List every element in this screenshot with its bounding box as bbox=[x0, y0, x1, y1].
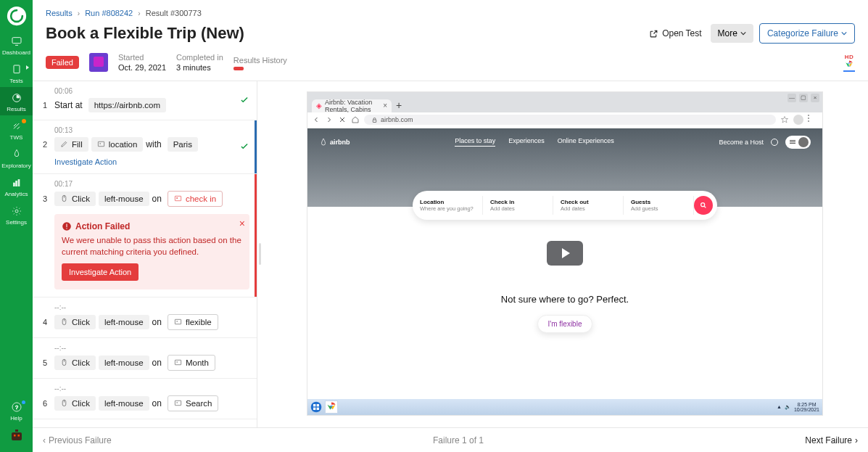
svg-rect-25 bbox=[66, 228, 67, 229]
step-action-chip: Click bbox=[54, 356, 96, 370]
svg-line-40 bbox=[704, 206, 706, 207]
search-button-icon bbox=[694, 196, 713, 215]
back-icon bbox=[312, 115, 321, 124]
screenshot-url-box: airbnb.com bbox=[364, 115, 776, 125]
play-button[interactable] bbox=[547, 241, 583, 266]
svg-rect-32 bbox=[175, 361, 181, 365]
mouse-icon bbox=[60, 318, 68, 326]
steps-list[interactable]: 00:06 1 Start at https://airbnb.com 00:1… bbox=[33, 81, 257, 427]
action-failed-box: × Action Failed We were unable to pass t… bbox=[54, 214, 249, 289]
svg-rect-24 bbox=[66, 223, 67, 227]
svg-rect-38 bbox=[373, 120, 376, 122]
nav-results[interactable]: Results bbox=[0, 87, 33, 115]
svg-rect-11 bbox=[12, 432, 22, 440]
nav-label: Dashboard bbox=[2, 49, 30, 56]
breadcrumb-link-results[interactable]: Results bbox=[46, 9, 73, 17]
close-icon[interactable]: × bbox=[239, 218, 245, 229]
mouse-icon bbox=[60, 358, 68, 366]
search-cell-ph: Add guests bbox=[631, 205, 686, 212]
hd-label: HD bbox=[845, 54, 854, 60]
nav-label: Help bbox=[10, 415, 22, 422]
step-row[interactable]: --:-- 5 Click left-mouse on Month bbox=[33, 338, 257, 379]
nav-tws[interactable]: TWS bbox=[0, 115, 33, 144]
nav-label: Results bbox=[7, 106, 26, 112]
nav-help[interactable]: ? Help bbox=[0, 396, 33, 424]
step-target-chip: location bbox=[91, 137, 144, 152]
taskbar-clock: 8:25 PM 10/29/2021 bbox=[794, 402, 819, 412]
notif-dot bbox=[22, 119, 26, 123]
svg-rect-6 bbox=[15, 181, 17, 186]
step-row[interactable]: --:-- 6 Click left-mouse on Search bbox=[33, 379, 257, 419]
chevron-left-icon: ‹ bbox=[43, 435, 46, 445]
image-icon bbox=[97, 140, 105, 148]
nav-label: Exploratory bbox=[1, 163, 30, 169]
screenshot-taskbar: ▲ 🔈 8:25 PM 10/29/2021 bbox=[307, 399, 822, 415]
screenshot-viewer[interactable]: ◈ Airbnb: Vacation Rentals, Cabins × + —… bbox=[307, 91, 823, 416]
mouse-icon bbox=[60, 194, 68, 202]
step-target-chip: left-mouse bbox=[99, 356, 149, 370]
step-label: on bbox=[152, 317, 162, 327]
step-row[interactable]: 00:17 3 Click left-mouse on check in × bbox=[33, 174, 257, 297]
svg-rect-36 bbox=[175, 401, 181, 406]
step-label: on bbox=[152, 194, 162, 204]
step-value-chip: flexible bbox=[168, 314, 218, 330]
svg-rect-1 bbox=[12, 38, 21, 44]
step-row[interactable]: --:-- 4 Click left-mouse on flexible bbox=[33, 297, 257, 338]
step-number: 4 bbox=[38, 318, 51, 326]
meta-started: Started Oct. 29, 2021 bbox=[118, 52, 166, 73]
svg-rect-7 bbox=[18, 179, 20, 186]
nav-analytics[interactable]: Analytics bbox=[0, 172, 33, 200]
step-row[interactable]: 00:13 2 Fill location with Paris Investi… bbox=[33, 120, 257, 174]
image-icon bbox=[174, 358, 182, 366]
menu-icon bbox=[790, 140, 795, 144]
next-failure-label: Next Failure bbox=[805, 435, 852, 445]
step-row[interactable]: 00:06 1 Start at https://airbnb.com bbox=[33, 81, 257, 120]
browser-badge: HD bbox=[843, 54, 855, 72]
step-number: 2 bbox=[38, 140, 51, 149]
screenshot-tab-title: Airbnb: Vacation Rentals, Cabins bbox=[325, 99, 380, 112]
chevron-icon: › bbox=[138, 9, 140, 17]
nav-settings[interactable]: Settings bbox=[0, 200, 33, 229]
svg-point-22 bbox=[176, 197, 177, 198]
close-icon: × bbox=[811, 94, 819, 102]
step-time: --:-- bbox=[54, 385, 257, 393]
svg-point-8 bbox=[15, 210, 18, 213]
clock-time: 8:25 PM bbox=[794, 402, 819, 407]
svg-point-29 bbox=[176, 321, 177, 322]
svg-rect-28 bbox=[175, 320, 181, 324]
svg-rect-42 bbox=[313, 404, 315, 406]
step-time: --:-- bbox=[54, 303, 257, 311]
investigate-action-button[interactable]: Investigate Action bbox=[62, 263, 139, 281]
step-action-chip: Click bbox=[54, 315, 96, 329]
nav-label: Settings bbox=[6, 219, 27, 226]
nav-exploratory[interactable]: Exploratory bbox=[0, 144, 33, 172]
svg-text:?: ? bbox=[15, 404, 17, 411]
app-logo[interactable] bbox=[7, 6, 27, 26]
open-test-label: Open Test bbox=[662, 28, 701, 38]
profile-icon bbox=[793, 115, 803, 125]
svg-rect-14 bbox=[15, 430, 18, 432]
history-bar-icon bbox=[233, 67, 244, 70]
caret-icon bbox=[26, 65, 29, 70]
investigate-action-link[interactable]: Investigate Action bbox=[54, 157, 257, 166]
search-cell-ph: Where are you going? bbox=[420, 205, 475, 212]
breadcrumb-link-run[interactable]: Run #808242 bbox=[85, 9, 133, 17]
im-flexible-button: I'm flexible bbox=[537, 315, 593, 333]
image-icon bbox=[174, 194, 182, 202]
nav-label: Tests bbox=[9, 78, 23, 84]
breadcrumb: Results › Run #808242 › Result #300773 bbox=[46, 9, 855, 17]
hero-menu-item: Online Experiences bbox=[558, 137, 614, 147]
step-number: 1 bbox=[38, 101, 51, 110]
chevron-down-icon bbox=[841, 30, 847, 36]
nav-dashboard[interactable]: Dashboard bbox=[0, 30, 33, 59]
nav-tests[interactable]: Tests bbox=[0, 59, 33, 87]
more-button[interactable]: More bbox=[711, 24, 753, 43]
prev-failure-button[interactable]: ‹ Previous Failure bbox=[43, 435, 112, 445]
open-test-link[interactable]: Open Test bbox=[645, 25, 706, 41]
hero-menu-item: Experiences bbox=[508, 137, 545, 147]
nav-bot-icon[interactable] bbox=[8, 427, 25, 445]
svg-rect-44 bbox=[313, 407, 315, 409]
step-value-chip: check in bbox=[168, 191, 223, 207]
categorize-failure-button[interactable]: Categorize Failure bbox=[759, 23, 855, 44]
next-failure-button[interactable]: Next Failure › bbox=[805, 435, 858, 445]
